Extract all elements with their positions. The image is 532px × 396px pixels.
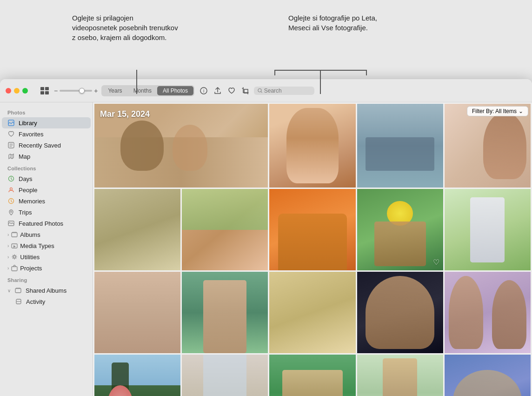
sidebar-item-memories[interactable]: Memories (2, 195, 91, 207)
sidebar-item-featured-photos[interactable]: Featured Photos (2, 218, 91, 229)
utilities-chevron-icon: › (7, 255, 9, 260)
svg-rect-15 (12, 233, 17, 237)
sidebar-item-shared-albums[interactable]: ∨ Shared Albums (2, 285, 91, 296)
crop-icon[interactable] (240, 85, 251, 96)
sidebar-item-map[interactable]: Map (2, 151, 91, 162)
search-input[interactable] (264, 87, 311, 94)
info-icon[interactable]: i (198, 85, 209, 96)
photo-cell[interactable] (357, 355, 443, 396)
sidebar-label-featured-photos: Featured Photos (19, 220, 63, 227)
albums-icon (11, 231, 18, 238)
featured-photos-icon (7, 220, 15, 227)
callout-left: Oglejte si prilagojen videoposnetek pose… (72, 13, 179, 42)
projects-chevron-icon: › (7, 266, 9, 271)
callout-left-text: Oglejte si prilagojen videoposnetek pose… (72, 14, 178, 41)
shared-albums-icon (14, 287, 22, 294)
photo-cell[interactable] (445, 104, 531, 188)
sidebar-label-utilities: Utilities (20, 254, 40, 261)
sidebar-item-recently-saved[interactable]: Recently Saved (2, 140, 91, 151)
media-types-chevron-icon: › (7, 243, 9, 248)
close-button[interactable] (6, 88, 11, 94)
tab-months[interactable]: Months (128, 86, 157, 95)
sidebar-item-people[interactable]: People (2, 184, 91, 195)
media-types-icon (11, 242, 18, 249)
filter-chevron-icon: ⌄ (519, 108, 523, 114)
photo-cell[interactable] (269, 355, 355, 396)
photo-cell[interactable] (357, 104, 443, 188)
sidebar-label-shared-albums: Shared Albums (26, 287, 66, 294)
maximize-button[interactable] (22, 88, 28, 94)
sidebar-group-projects[interactable]: › Projects (2, 262, 91, 274)
photo-cell[interactable] (94, 189, 180, 270)
svg-point-17 (13, 256, 16, 258)
svg-text:i: i (203, 88, 204, 94)
sidebar-group-albums[interactable]: › Albums (2, 229, 91, 240)
titlebar: − + Years Months All Photos i (0, 79, 532, 102)
sidebar-group-utilities[interactable]: › Utilities (2, 251, 91, 262)
sidebar: Photos Library Favorites (0, 102, 93, 396)
zoom-slider-track[interactable] (60, 90, 92, 92)
sidebar-section-photos: Photos (0, 106, 93, 117)
photo-cell[interactable] (182, 189, 268, 270)
svg-rect-0 (40, 87, 44, 90)
photo-cell[interactable] (182, 272, 268, 353)
view-tabs-group: Years Months All Photos (101, 85, 194, 96)
minimize-button[interactable] (14, 88, 20, 94)
sidebar-label-people: People (19, 187, 37, 194)
sidebar-label-map: Map (19, 153, 30, 160)
sidebar-group-media-types[interactable]: › Media Types (2, 240, 91, 251)
search-box[interactable] (254, 87, 314, 95)
grid-view-icon[interactable] (39, 86, 50, 95)
zoom-slider-thumb[interactable] (79, 88, 85, 94)
callout-right: Oglejte si fotografije po Leta, Meseci a… (288, 13, 381, 33)
people-icon (7, 186, 15, 194)
recently-saved-icon (7, 141, 15, 149)
photo-cell[interactable] (269, 104, 355, 188)
photo-cell[interactable] (445, 272, 531, 353)
photo-cell[interactable]: Mar 15, 2024 (94, 104, 268, 188)
heart-icon[interactable] (226, 85, 237, 96)
filter-button-container: Filter By: All Items ⌄ (467, 106, 528, 116)
filter-button[interactable]: Filter By: All Items ⌄ (467, 106, 528, 116)
photo-cell[interactable] (357, 272, 443, 353)
trips-icon (7, 208, 15, 216)
date-label: Mar 15, 2024 (100, 109, 150, 119)
svg-point-11 (10, 188, 13, 190)
photo-cell[interactable] (269, 272, 355, 353)
sidebar-item-favorites[interactable]: Favorites (2, 128, 91, 140)
zoom-in-button[interactable]: + (94, 87, 98, 94)
callout-bracket-center-line (320, 70, 321, 94)
albums-chevron-icon: › (7, 232, 9, 237)
tab-all-photos[interactable]: All Photos (157, 86, 193, 95)
sidebar-label-memories: Memories (19, 198, 45, 205)
callout-bracket-left-tick (274, 70, 275, 75)
photo-cell[interactable] (182, 355, 268, 396)
sidebar-label-albums: Albums (20, 231, 40, 238)
photo-cell[interactable] (269, 189, 355, 270)
photo-cell[interactable] (445, 189, 531, 270)
photo-cell[interactable] (94, 272, 180, 353)
filter-label: Filter By: All Items (472, 108, 517, 114)
toolbar-controls: − + (39, 86, 98, 95)
sidebar-label-library: Library (19, 120, 37, 127)
photo-cell[interactable] (445, 355, 531, 396)
photo-cell[interactable] (94, 355, 180, 396)
zoom-slider-container: − + (54, 87, 98, 94)
zoom-out-button[interactable]: − (54, 87, 58, 94)
svg-rect-1 (45, 87, 49, 90)
photo-cell[interactable]: ♡ (357, 189, 443, 270)
utilities-icon (11, 253, 18, 261)
share-icon[interactable] (212, 85, 223, 96)
sidebar-item-activity[interactable]: Activity (2, 296, 91, 307)
sidebar-item-library[interactable]: Library (2, 117, 91, 128)
sidebar-section-collections: Collections (0, 162, 93, 173)
sidebar-label-favorites: Favorites (19, 131, 43, 138)
shared-albums-chevron-icon: ∨ (7, 288, 11, 293)
svg-rect-19 (15, 289, 21, 293)
sidebar-label-activity: Activity (26, 298, 45, 305)
tab-years[interactable]: Years (102, 86, 127, 95)
sidebar-item-trips[interactable]: Trips (2, 207, 91, 218)
svg-rect-3 (45, 91, 49, 94)
activity-icon (15, 298, 22, 305)
sidebar-item-days[interactable]: Days (2, 173, 91, 184)
